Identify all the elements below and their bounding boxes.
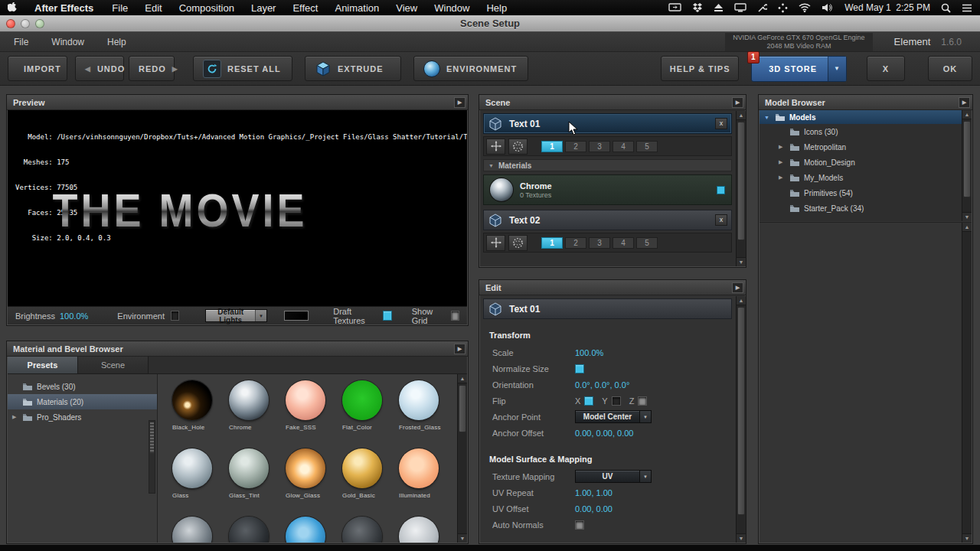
scatter-sphere-button[interactable] [508,139,528,155]
group-button-2[interactable]: 2 [565,141,586,152]
flip-y-checkbox[interactable] [612,396,621,406]
scroll-down-icon[interactable]: ▼ [962,212,972,221]
material-partial[interactable] [277,517,334,543]
brightness-value[interactable]: 100.0% [60,311,88,321]
material-glow-glass[interactable]: Glow_Glass [277,448,334,517]
group-button-1[interactable]: 1 [541,141,563,152]
transform-gizmo-button[interactable] [486,139,505,155]
material-flat-color[interactable]: Flat_Color [334,380,390,448]
notification-list-icon[interactable] [962,4,972,12]
scroll-down-icon[interactable]: ▼ [962,533,972,543]
menu-help[interactable]: Help [486,2,507,14]
apple-menu-icon[interactable] [8,2,18,14]
normalize-size-checkbox[interactable] [575,364,584,373]
spaces-icon[interactable] [778,3,788,13]
import-button[interactable]: IMPORT [8,56,67,81]
plugin-menu-window[interactable]: Window [51,37,84,47]
close-dialog-button[interactable]: X [867,56,905,81]
edit-collapse-button[interactable]: ▶ [732,282,743,293]
material-chrome[interactable]: Chrome [220,380,277,448]
tab-presets[interactable]: Presets [8,357,78,373]
edit-item-text01[interactable]: Text 01 [483,298,732,319]
tree-item-icons[interactable]: Icons (30) [760,124,972,139]
environment-button[interactable]: ENVIRONMENT [413,56,528,81]
material-tree-scrollbar[interactable] [149,420,155,494]
menubar-clock[interactable]: Wed May 1 2:25 PM [844,2,930,13]
scroll-up-icon[interactable]: ▲ [962,110,972,119]
flip-x-checkbox[interactable] [584,396,593,406]
scene-item-text02[interactable]: Text 02 x [483,210,732,230]
material-color-indicator[interactable] [717,186,725,194]
scene-material-chrome[interactable]: Chrome 0 Textures [483,174,732,205]
tab-scene[interactable]: Scene [78,357,149,373]
expander-icon[interactable]: ▶ [779,159,786,165]
plugin-menu-file[interactable]: File [14,37,28,47]
expander-icon[interactable]: ▶ [779,144,786,150]
scroll-up-icon[interactable]: ▲ [458,374,467,383]
zoom-window-button[interactable] [35,19,44,28]
group-button-4[interactable]: 4 [612,141,634,152]
scene-item-text01[interactable]: Text 01 x [483,113,732,134]
transform-gizmo-button[interactable] [486,235,505,251]
spotlight-icon[interactable] [941,3,951,13]
delete-item-button[interactable]: x [715,214,727,226]
show-grid-checkbox[interactable] [451,311,459,321]
model-preview-scrollbar[interactable]: ▲ ▼ [962,223,972,543]
scatter-sphere-button[interactable] [508,235,528,251]
material-partial[interactable] [334,517,390,543]
dropbox-icon[interactable] [692,3,703,13]
scale-value[interactable]: 100.0% [575,348,603,357]
edit-scrollbar[interactable]: ▲ ▼ [736,296,746,543]
group-button-1[interactable]: 1 [541,237,563,249]
delete-item-button[interactable]: x [715,118,727,129]
undo-button[interactable]: ◀ UNDO [75,56,124,81]
active-app-name[interactable]: After Effects [34,2,93,14]
flip-z-checkbox[interactable] [638,396,647,406]
uv-repeat-value[interactable]: 1.00, 1.00 [575,488,612,497]
group-button-3[interactable]: 3 [589,141,610,152]
lights-dropdown[interactable]: Default Lights ▼ [205,309,267,322]
scene-collapse-button[interactable]: ▶ [732,97,743,108]
material-fake-sss[interactable]: Fake_SSS [277,380,334,448]
store-dropdown-arrow[interactable]: ▼ [828,57,846,81]
background-color-swatch[interactable] [284,311,309,321]
3d-store-button[interactable]: 1 3D STORE ▼ [751,56,847,82]
eject-icon[interactable] [714,3,724,12]
tree-item-models[interactable]: ▼ Models [760,110,972,124]
group-button-3[interactable]: 3 [589,237,610,249]
model-browser-collapse-button[interactable]: ▶ [959,97,970,108]
volume-icon[interactable] [822,3,832,12]
reset-all-button[interactable]: RESET ALL [193,56,292,81]
scroll-down-icon[interactable]: ▼ [458,533,467,543]
model-tree-scrollbar[interactable]: ▲ ▼ [962,110,972,221]
ok-button[interactable]: OK [928,56,972,81]
expander-icon[interactable]: ▶ [779,174,786,181]
preview-collapse-button[interactable]: ▶ [454,97,466,108]
scroll-up-icon[interactable]: ▲ [737,296,746,305]
menu-edit[interactable]: Edit [145,2,162,14]
menu-file[interactable]: File [112,2,128,14]
material-gold-basic[interactable]: Gold_Basic [334,448,390,517]
expander-icon[interactable]: ▼ [764,115,771,120]
screen-share-icon[interactable] [668,3,681,12]
material-glass-tint[interactable]: Glass_Tint [220,448,277,517]
material-glass[interactable]: Glass [164,448,220,517]
group-button-5[interactable]: 5 [636,237,658,249]
menu-window[interactable]: Window [434,2,469,14]
tool-icon[interactable] [757,3,767,13]
tree-item-starter-pack[interactable]: Starter_Pack (34) [760,201,972,216]
anchor-point-dropdown[interactable]: Model Center ▼ [575,410,652,423]
texture-mapping-dropdown[interactable]: UV ▼ [575,470,652,483]
scroll-up-icon[interactable]: ▲ [737,111,746,120]
group-button-5[interactable]: 5 [636,141,658,152]
scroll-up-icon[interactable]: ▲ [962,223,972,232]
menu-animation[interactable]: Animation [335,2,379,14]
anchor-offset-value[interactable]: 0.00, 0.00, 0.00 [575,429,633,438]
material-grid-scrollbar[interactable]: ▲ ▼ [457,374,467,543]
menu-effect[interactable]: Effect [292,2,318,14]
tree-item-primitives[interactable]: Primitives (54) [760,185,972,201]
close-window-button[interactable] [6,19,15,28]
menu-composition[interactable]: Composition [179,2,234,14]
group-button-4[interactable]: 4 [612,237,634,249]
material-partial[interactable] [390,517,447,543]
